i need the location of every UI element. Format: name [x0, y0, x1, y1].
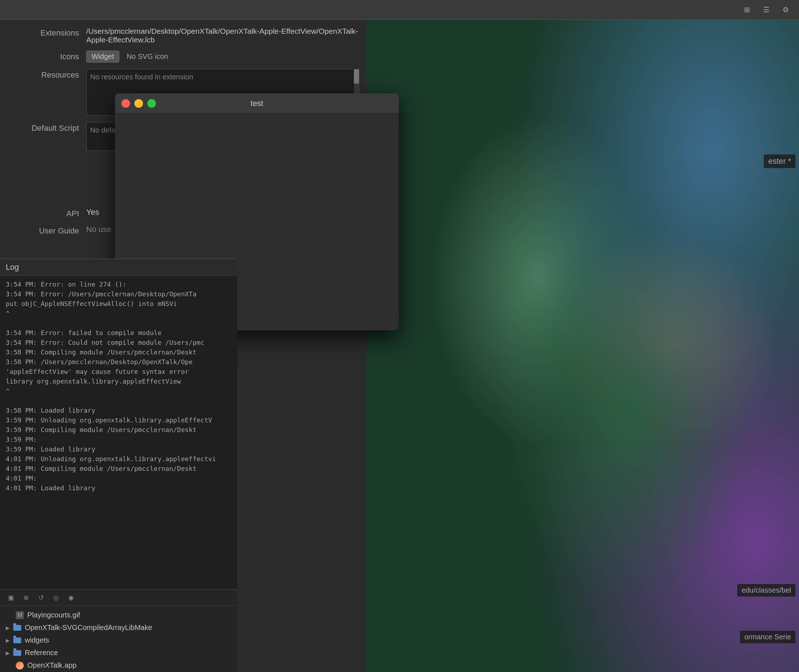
api-label: API [7, 208, 86, 218]
user-guide-label: User Guide [7, 225, 86, 235]
folder-icon [13, 625, 21, 631]
log-line: 4:01 PM: Compiling module /Users/pmccler… [6, 464, 231, 474]
extensions-label: Extensions [7, 27, 86, 38]
extensions-path: /Users/pmcclernan/Desktop/OpenXTalk/Open… [86, 27, 359, 44]
log-line: ^ [6, 386, 231, 396]
right-bg-panel [367, 20, 799, 672]
file-item[interactable]: ▶OpenXTalk-SVGCompiledArrayLibMake [0, 621, 237, 634]
toolbar-icon-2[interactable]: ☰ [760, 3, 772, 16]
resources-label: Resources [7, 69, 86, 116]
log-line: 4:01 PM: Loaded library [6, 483, 231, 493]
top-toolbar: ⊞ ☰ ⚙ [0, 0, 799, 20]
file-toolbar-icon-3[interactable]: ↺ [36, 593, 46, 603]
resources-scrollbar-thumb [354, 69, 359, 84]
file-toolbar-icon-2[interactable]: ⊕ [21, 593, 31, 603]
log-line: library org.openxtalk.library.appleEffec… [6, 376, 231, 386]
maximize-button[interactable] [147, 99, 156, 108]
log-line: 3:58 PM: Compiling module /Users/pmccler… [6, 347, 231, 357]
log-line: 3:54 PM: Error: Could not compile module… [6, 338, 231, 347]
file-item-name: Playingcourts.gif [27, 611, 80, 619]
gif-icon: 🎞 [16, 611, 24, 619]
default-script-label: Default Script [7, 122, 86, 151]
log-line [6, 318, 231, 328]
log-line: ^ [6, 309, 231, 318]
test-window-title: test [250, 99, 263, 108]
file-item[interactable]: ▶Reference [0, 646, 237, 659]
no-svg-label: No SVG icon [126, 53, 168, 60]
close-button[interactable] [122, 99, 130, 108]
right-panel-label-3: ormance Serie [740, 631, 796, 643]
resources-value: No resources found in extension [90, 73, 193, 81]
file-item[interactable]: 🎞Playingcourts.gif [0, 609, 237, 621]
file-item[interactable]: ▶widgets [0, 634, 237, 646]
log-line: 3:54 PM: Error: failed to compile module [6, 328, 231, 338]
chevron-right-icon: ▶ [6, 637, 10, 643]
log-section: Log 3:54 PM: Error: on line 274 ():3:54 … [0, 259, 237, 589]
file-toolbar-icon-5[interactable]: ◉ [66, 593, 76, 603]
log-header: Log [0, 259, 237, 276]
icons-row: Icons Widget No SVG icon [0, 51, 367, 62]
file-item-name: Reference [25, 649, 58, 657]
log-line: 3:59 PM: Unloading org.openxtalk.library… [6, 415, 231, 425]
chevron-right-icon: ▶ [6, 625, 10, 631]
chevron-right-icon: ▶ [6, 650, 10, 656]
file-item-name: OpenXTalk.app [27, 661, 77, 669]
toolbar-icon-3[interactable]: ⚙ [780, 3, 792, 16]
log-line: 3:59 PM: Loaded library [6, 444, 231, 454]
folder-icon [13, 637, 21, 643]
log-line: put objC_AppleNSEffectViewAlloc() into m… [6, 299, 231, 309]
file-item-name: widgets [25, 636, 49, 644]
log-line: 3:58 PM: Loaded library [6, 405, 231, 415]
file-browser: ▣ ⊕ ↺ ◎ ◉ 🎞Playingcourts.gif▶OpenXTalk-S… [0, 589, 237, 672]
folder-icon [13, 650, 21, 656]
log-line [6, 396, 231, 405]
right-panel-label-2: edu/classes/bel [737, 584, 796, 597]
minimize-button[interactable] [135, 99, 143, 108]
icons-label: Icons [7, 51, 86, 61]
log-content: 3:54 PM: Error: on line 274 ():3:54 PM: … [0, 276, 237, 496]
log-line: 3:54 PM: Error: on line 274 (): [6, 280, 231, 289]
log-line: 3:58 PM: /Users/pmcclernan/Desktop/OpenX… [6, 357, 231, 367]
log-line: 3:54 PM: Error: /Users/pmcclernan/Deskto… [6, 289, 231, 299]
toolbar-icon-1[interactable]: ⊞ [741, 3, 753, 16]
file-tree: 🎞Playingcourts.gif▶OpenXTalk-SVGCompiled… [0, 606, 237, 672]
file-toolbar: ▣ ⊕ ↺ ◎ ◉ [0, 590, 237, 606]
log-line: 'appleEffectView' may cause future synta… [6, 367, 231, 376]
file-item-name: OpenXTalk-SVGCompiledArrayLibMake [25, 624, 152, 632]
test-window-titlebar: test [115, 93, 399, 113]
log-line: 4:01 PM: [6, 474, 231, 483]
background-image [367, 20, 799, 672]
right-panel-label-1: ester * [764, 154, 796, 168]
app-icon [16, 662, 24, 669]
widget-button[interactable]: Widget [86, 51, 119, 62]
file-toolbar-icon-4[interactable]: ◎ [51, 593, 61, 603]
icons-value: Widget No SVG icon [86, 51, 359, 62]
log-line: 3:59 PM: Compiling module /Users/pmccler… [6, 425, 231, 435]
file-item[interactable]: OpenXTalk.app [0, 659, 237, 672]
log-line: 3:59 PM: [6, 435, 231, 444]
extensions-row: Extensions /Users/pmcclernan/Desktop/Ope… [0, 27, 367, 44]
log-line: 4:01 PM: Unloading org.openxtalk.library… [6, 454, 231, 464]
window-buttons [122, 99, 156, 108]
file-toolbar-icon-1[interactable]: ▣ [6, 593, 16, 603]
